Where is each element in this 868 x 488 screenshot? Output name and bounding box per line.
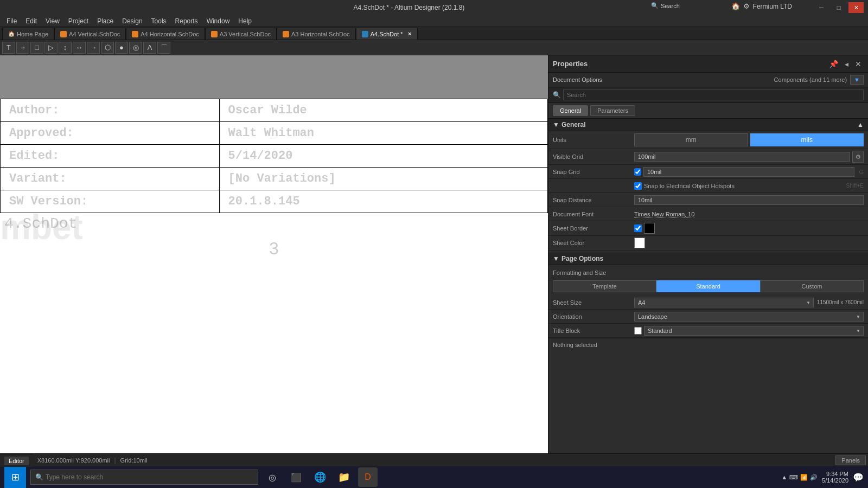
search-icon: 🔍 — [651, 2, 659, 9]
visible-grid-btn[interactable]: ⚙ — [852, 151, 864, 163]
menu-place[interactable]: Place — [93, 15, 118, 27]
tab-home-page[interactable]: 🏠 Home Page — [2, 28, 54, 40]
mils-button[interactable]: mils — [750, 133, 864, 146]
close-panel-icon[interactable]: ✕ — [853, 60, 864, 68]
panels-button[interactable]: Panels — [835, 455, 866, 465]
minimize-button[interactable]: ─ — [814, 2, 829, 13]
toolbar-hex-btn[interactable]: ⬡ — [101, 42, 114, 54]
menu-view[interactable]: View — [41, 15, 64, 27]
toolbar-text2-btn[interactable]: A — [143, 42, 156, 54]
snap-electrical-checkbox[interactable] — [634, 182, 642, 190]
orientation-select-wrapper: Landscape Portrait — [634, 312, 864, 322]
orientation-select[interactable]: Landscape Portrait — [634, 312, 864, 322]
sheet-color-row: Sheet Color — [548, 236, 868, 251]
toolbar-plus-btn[interactable]: ＋ — [16, 42, 29, 54]
taskbar-search-input[interactable] — [46, 473, 253, 481]
toolbar-ring-btn[interactable]: ◎ — [129, 42, 142, 54]
pin-icon[interactable]: 📌 — [827, 60, 840, 68]
toolbar-text-btn[interactable]: T — [2, 42, 15, 54]
units-label: Units — [553, 137, 634, 143]
menu-window[interactable]: Window — [202, 15, 234, 27]
tab-close-icon[interactable]: ✕ — [407, 28, 412, 40]
toolbar-rect-btn[interactable]: □ — [30, 42, 43, 54]
properties-controls: 📌 ◂ ✕ — [827, 60, 864, 68]
menu-bar: File Edit View Project Place Design Tool… — [0, 15, 868, 27]
format-buttons-row: Template Standard Custom — [548, 279, 868, 296]
standard-button[interactable]: Standard — [656, 280, 760, 292]
visible-grid-label: Visible Grid — [553, 153, 634, 160]
snap-grid-input[interactable] — [643, 167, 854, 177]
menu-edit[interactable]: Edit — [21, 15, 41, 27]
menu-tools[interactable]: Tools — [147, 15, 171, 27]
tab-a4-schdot[interactable]: A4.SchDot * ✕ — [356, 28, 418, 40]
sheet-border-color[interactable] — [644, 223, 655, 234]
sheet-color-swatch[interactable] — [634, 237, 645, 248]
sheet-border-row: Sheet Border — [548, 221, 868, 236]
sw-value: 20.1.8.145 — [219, 190, 547, 213]
snap-grid-checkbox[interactable] — [634, 168, 641, 176]
toolbar-arrow-btn[interactable]: ▷ — [44, 42, 58, 54]
sheet-size-select-wrapper: A4 A3 Letter — [634, 298, 814, 307]
visible-grid-input[interactable] — [634, 152, 850, 162]
tab-a4-vertical[interactable]: A4 Vertical.SchDoc — [54, 28, 126, 40]
custom-button[interactable]: Custom — [760, 280, 864, 292]
doc-font-value: Times New Roman, 10 — [634, 211, 694, 217]
menu-reports[interactable]: Reports — [171, 15, 202, 27]
expand-icon[interactable]: ◂ — [843, 60, 851, 68]
tab-a3-vertical[interactable]: A3 Vertical.SchDoc — [205, 28, 277, 40]
files-taskbar-btn[interactable]: 📁 — [334, 467, 354, 487]
toolbar-vert-btn[interactable]: ↕ — [59, 42, 72, 54]
window-controls: ─ □ ✕ — [814, 2, 864, 13]
tab-a4-horizontal[interactable]: A4 Horizontal.SchDoc — [126, 28, 205, 40]
page-options-header[interactable]: ▼ Page Options — [548, 253, 868, 265]
a4h-icon — [132, 31, 138, 37]
tray-up-icon[interactable]: ▲ — [781, 474, 787, 480]
mm-button[interactable]: mm — [634, 133, 748, 146]
altium-taskbar-btn[interactable]: ⬛ — [286, 467, 306, 487]
snap-distance-input[interactable] — [634, 195, 864, 205]
home-icon[interactable]: 🏠 — [731, 2, 740, 10]
tab-general[interactable]: General — [553, 105, 588, 116]
toolbar-right-btn[interactable]: → — [87, 42, 100, 54]
task-view-button[interactable]: ◎ — [263, 467, 282, 487]
menu-help[interactable]: Help — [234, 15, 256, 27]
notification-icon[interactable]: 💬 — [853, 472, 864, 483]
menu-design[interactable]: Design — [118, 15, 146, 27]
settings-icon[interactable]: ⚙ — [743, 2, 750, 10]
general-section-header[interactable]: ▼ General ▲ — [548, 119, 868, 131]
sheet-border-checkbox[interactable] — [634, 224, 642, 232]
browser-taskbar-btn[interactable]: 🌐 — [310, 467, 330, 487]
canvas-background — [0, 55, 548, 99]
sheet-size-select[interactable]: A4 A3 Letter — [634, 298, 814, 307]
prop-search-input[interactable] — [563, 89, 864, 100]
keyboard-icon: ⌨ — [789, 474, 798, 481]
menu-project[interactable]: Project — [64, 15, 93, 27]
d3-taskbar-btn[interactable]: D — [358, 467, 378, 487]
taskbar-search-bar[interactable]: 🔍 — [30, 470, 258, 485]
title-block-select[interactable]: Standard ANSI — [644, 326, 864, 336]
prop-search-area: 🔍 — [548, 87, 868, 103]
toolbar-horiz-btn[interactable]: ↔ — [73, 42, 86, 54]
prop-subheader: Document Options Components (and 11 more… — [548, 73, 868, 87]
close-button[interactable]: ✕ — [848, 2, 864, 13]
start-button[interactable]: ⊞ — [4, 466, 26, 488]
tab-a3-horizontal[interactable]: A3 Horizontal.SchDoc — [277, 28, 356, 40]
filter-button[interactable]: ▼ — [850, 75, 864, 85]
tab-parameters[interactable]: Parameters — [590, 105, 635, 116]
toolbar-arc-btn[interactable]: ⌒ — [157, 42, 170, 54]
doc-font-row: Document Font Times New Roman, 10 — [548, 207, 868, 221]
editor-label[interactable]: Editor — [4, 457, 29, 465]
template-button[interactable]: Template — [553, 280, 656, 292]
section-collapse[interactable]: ▲ — [857, 121, 864, 129]
a3v-icon — [211, 31, 218, 37]
menu-file[interactable]: File — [2, 15, 21, 27]
grid-text: Grid:10mil — [120, 457, 148, 464]
toolbar-circle-btn[interactable]: ● — [115, 42, 128, 54]
title-bar: 🔍 Search A4.SchDot * - Altium Designer (… — [0, 0, 868, 15]
title-bar-search[interactable]: 🔍 Search — [651, 2, 680, 9]
editor-tab: Editor — [0, 454, 33, 467]
maximize-button[interactable]: □ — [831, 2, 846, 13]
system-clock[interactable]: 9:34 PM 5/14/2020 — [822, 471, 848, 484]
title-block-checkbox[interactable] — [634, 327, 642, 335]
canvas-area[interactable]: mbet Author: Oscar Wilde Approved: Walt … — [0, 55, 548, 453]
